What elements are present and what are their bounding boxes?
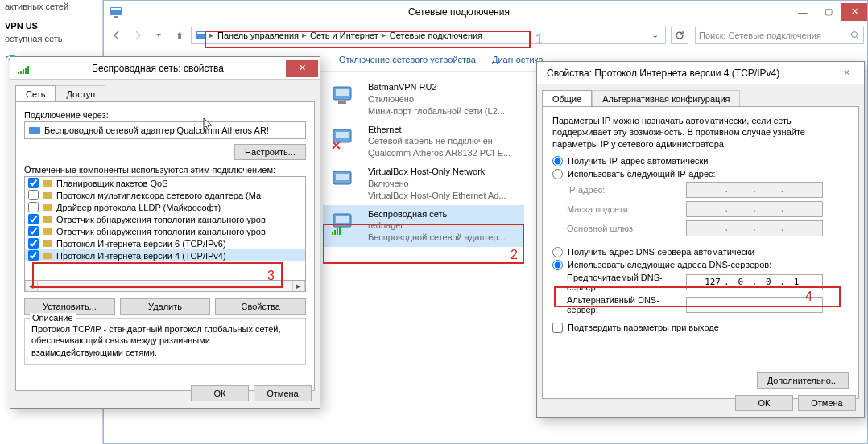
component-row[interactable]: Протокол мультиплексора сетевого адаптер… <box>25 189 305 201</box>
description-title: Описание <box>30 313 76 323</box>
confirm-on-exit-checkbox[interactable]: Подтвердить параметры при выходе <box>552 323 849 333</box>
ok-button[interactable]: ОК <box>735 395 793 411</box>
radio-dns-auto[interactable]: Получить адрес DNS-сервера автоматически <box>552 247 849 257</box>
component-row[interactable]: Планировщик пакетов QoS <box>25 177 305 189</box>
tab-alternative[interactable]: Альтернативная конфигурация <box>592 90 740 107</box>
left-row-vpn: VPN US <box>0 19 102 32</box>
component-label: Ответчик обнаружения топологии канальног… <box>56 215 266 224</box>
annotation-label-2: 2 <box>510 248 518 262</box>
address-dropdown-icon[interactable]: ⌄ <box>647 30 662 40</box>
close-button[interactable]: ✕ <box>841 3 867 21</box>
annotation-label-1: 1 <box>535 32 543 47</box>
breadcrumb-item[interactable]: Сеть и Интернет <box>308 31 380 40</box>
dialog-icon <box>17 62 30 75</box>
pref-dns-input[interactable]: 127. 0. 0. 1 <box>686 274 823 290</box>
remove-button[interactable]: Удалить <box>120 298 211 314</box>
description-text: Протокол TCP/IP - стандартный протокол г… <box>31 323 299 358</box>
alt-dns-input[interactable]: ... <box>686 297 823 313</box>
component-checkbox[interactable] <box>28 214 39 224</box>
tab-access[interactable]: Доступ <box>56 85 105 102</box>
component-label: Драйвер протокола LLDP (Майкрософт) <box>56 203 221 212</box>
horizontal-scrollbar[interactable]: ◂ ▸ <box>24 281 306 292</box>
component-label: Протокол Интернета версии 6 (TCP/IPv6) <box>56 239 226 249</box>
search-input[interactable]: Поиск: Сетевые подключения <box>695 27 864 44</box>
components-listbox[interactable]: Планировщик пакетов QoSПротокол мультипл… <box>24 176 306 281</box>
radio-dns-manual[interactable]: Использовать следующие адреса DNS-сервер… <box>552 260 849 270</box>
dialog-close-button[interactable]: ✕ <box>830 64 862 82</box>
address-bar[interactable]: ▸ Панель управления ▸ Сеть и Интернет ▸ … <box>191 27 666 44</box>
radio-input[interactable] <box>552 247 563 257</box>
radio-label: Получить IP-адрес автоматически <box>568 156 708 166</box>
address-icon <box>195 29 208 42</box>
ok-button[interactable]: ОК <box>191 385 249 401</box>
radio-ip-manual[interactable]: Использовать следующий IP-адрес: <box>552 169 849 179</box>
protocol-icon <box>42 227 53 236</box>
radio-label: Использовать следующий IP-адрес: <box>568 169 716 179</box>
svg-rect-9 <box>338 101 346 104</box>
adapter-icon <box>28 125 41 135</box>
radio-label: Получить адрес DNS-сервера автоматически <box>568 247 754 257</box>
minimize-button[interactable]: — <box>790 3 816 21</box>
components-label: Отмеченные компоненты используются этим … <box>24 165 306 175</box>
forward-button[interactable] <box>128 26 147 45</box>
history-dropdown[interactable] <box>149 26 168 45</box>
svg-rect-8 <box>336 89 349 96</box>
connect-via-label: Подключение через: <box>24 110 306 120</box>
component-row[interactable]: Ответчик обнаружения топологии канальног… <box>25 213 305 225</box>
advanced-button[interactable]: Дополнительно... <box>757 372 849 388</box>
left-row-active-nets: активных сетей <box>0 0 102 13</box>
back-button[interactable] <box>107 26 126 45</box>
svg-rect-18 <box>337 228 338 235</box>
checkbox-label: Подтвердить параметры при выходе <box>568 323 719 332</box>
checkbox-input[interactable] <box>552 323 563 333</box>
install-button[interactable]: Установить... <box>24 298 115 314</box>
cancel-button[interactable]: Отмена <box>798 395 856 411</box>
svg-rect-29 <box>43 216 52 223</box>
network-item[interactable]: VirtualBox Host-Only Network Включено Vi… <box>323 162 524 205</box>
tab-panel-general: Параметры IP можно назначать автоматичес… <box>542 106 859 399</box>
toolbar-disable-device[interactable]: Отключение сетевого устройства <box>339 55 476 64</box>
component-row[interactable]: Протокол Интернета версии 4 (TCP/IPv4) <box>25 249 305 261</box>
adapter-name: Беспроводной сетевой адаптер Qualcomm At… <box>44 125 269 135</box>
maximize-button[interactable]: ▢ <box>816 3 841 21</box>
refresh-button[interactable] <box>671 27 688 44</box>
scroll-left-icon[interactable]: ◂ <box>25 281 38 291</box>
app-icon <box>109 5 123 19</box>
network-icon <box>329 166 362 198</box>
svg-rect-22 <box>23 69 24 74</box>
network-item[interactable]: BatmanVPN RU2 Отключено Мини-порт глобал… <box>323 78 524 121</box>
scroll-right-icon[interactable]: ▸ <box>292 281 305 291</box>
cancel-button[interactable]: Отмена <box>254 385 312 401</box>
properties-button[interactable]: Свойства <box>215 298 306 314</box>
dialog-close-button[interactable]: ✕ <box>286 60 318 77</box>
component-checkbox[interactable] <box>28 202 39 212</box>
up-button[interactable] <box>170 26 189 45</box>
breadcrumb-item[interactable]: Панель управления <box>216 31 300 40</box>
radio-input[interactable] <box>552 156 563 166</box>
network-status: Сетевой кабель не подключен <box>368 135 510 147</box>
component-checkbox[interactable] <box>28 226 39 236</box>
component-checkbox[interactable] <box>28 250 39 261</box>
radio-input[interactable] <box>552 169 563 179</box>
network-name: BatmanVPN RU2 <box>368 81 505 93</box>
network-item-selected[interactable]: Беспроводная сеть rednager Беспроводной … <box>323 205 524 248</box>
network-item[interactable]: Ethernet Сетевой кабель не подключен Qua… <box>323 121 524 163</box>
component-row[interactable]: Ответчик обнаружения топологии канальног… <box>25 225 305 237</box>
navbar: ▸ Панель управления ▸ Сеть и Интернет ▸ … <box>104 23 867 47</box>
tab-general[interactable]: Общие <box>542 90 592 107</box>
protocol-icon <box>42 203 53 212</box>
configure-button[interactable]: Настроить... <box>234 144 306 160</box>
tab-network[interactable]: Сеть <box>15 85 56 102</box>
breadcrumb-item[interactable]: Сетевые подключения <box>388 31 484 40</box>
gateway-label: Основной шлюз: <box>567 224 680 233</box>
component-checkbox[interactable] <box>28 178 39 188</box>
component-checkbox[interactable] <box>28 190 39 200</box>
component-row[interactable]: Протокол Интернета версии 6 (TCP/IPv6) <box>25 237 305 249</box>
radio-input[interactable] <box>552 260 563 270</box>
component-row[interactable]: Драйвер протокола LLDP (Майкрософт) <box>25 201 305 213</box>
svg-rect-15 <box>336 216 349 223</box>
radio-label: Использовать следующие адреса DNS-сервер… <box>568 260 771 269</box>
component-checkbox[interactable] <box>28 238 39 249</box>
radio-ip-auto[interactable]: Получить IP-адрес автоматически <box>552 156 849 166</box>
dialog-title: Беспроводная сеть: свойства <box>30 63 286 74</box>
